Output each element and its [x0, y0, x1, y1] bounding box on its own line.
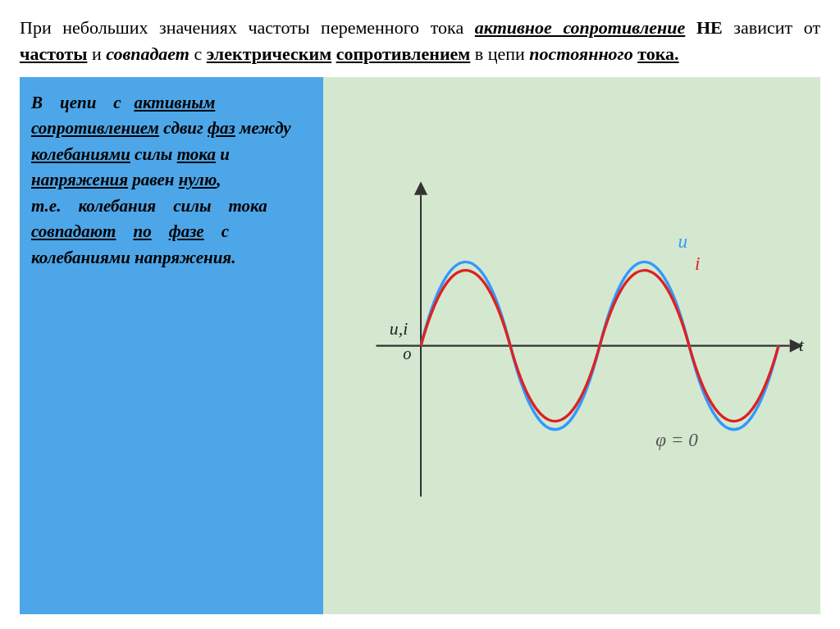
- bottom-row: В цепи с активнымсопротивлением сдвиг фа…: [20, 77, 820, 614]
- left-panel-text: В цепи с активнымсопротивлением сдвиг фа…: [31, 90, 312, 271]
- svg-text:o: o: [403, 344, 411, 362]
- svg-text:u,i: u,i: [390, 319, 408, 339]
- top-paragraph: При небольших значениях частоты переменн…: [20, 15, 820, 67]
- svg-marker-3: [414, 181, 427, 194]
- left-panel: В цепи с активнымсопротивлением сдвиг фа…: [20, 77, 323, 614]
- svg-text:i: i: [695, 253, 700, 274]
- svg-text:u: u: [678, 230, 687, 251]
- chart-svg: u,i t o u i φ = 0: [331, 85, 812, 606]
- svg-text:t: t: [799, 335, 805, 355]
- right-panel: u,i t o u i φ = 0: [323, 77, 820, 614]
- svg-text:φ = 0: φ = 0: [655, 429, 698, 450]
- page: При небольших значениях частоты переменн…: [0, 0, 840, 629]
